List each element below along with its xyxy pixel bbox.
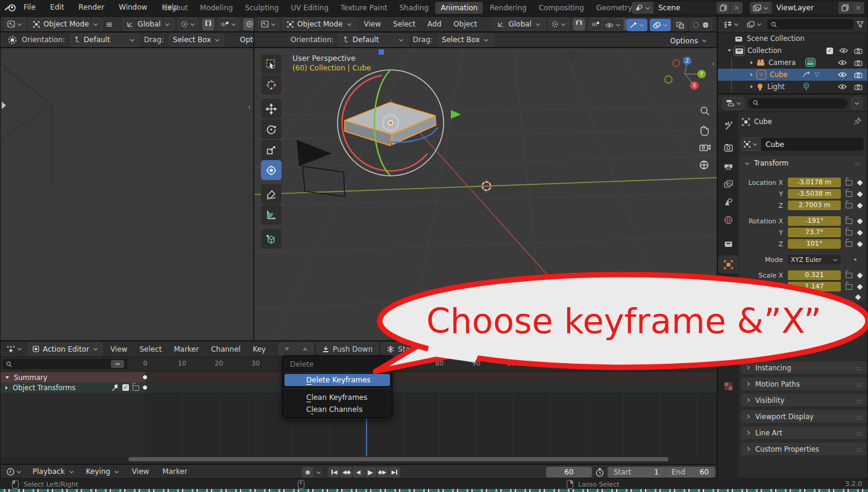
drag-dropdown[interactable]: Select Box — [169, 34, 224, 46]
tool-transform[interactable] — [261, 160, 281, 180]
blender-logo-icon[interactable] — [5, 3, 17, 13]
outliner-row-light[interactable]: Light — [718, 81, 867, 93]
lock-icon[interactable] — [846, 230, 852, 235]
location-x-field[interactable]: -3.0178 m — [788, 178, 841, 187]
options-dropdown[interactable]: Options — [667, 35, 711, 46]
keyframe-diamond-icon[interactable] — [857, 179, 863, 185]
transform-orientation-dropdown[interactable]: Global — [122, 18, 174, 31]
drag-dropdown[interactable]: Select Box — [438, 34, 493, 46]
mode-dropdown[interactable]: Object Mode — [283, 18, 356, 31]
collapse-chevron-icon[interactable]: ‹ — [248, 102, 251, 111]
new-view-layer-button[interactable] — [838, 2, 852, 14]
drag-dots-icon[interactable] — [855, 159, 860, 167]
outliner-search-input[interactable] — [767, 19, 854, 30]
editor-type-button[interactable] — [4, 343, 25, 355]
menu-marker[interactable]: Marker — [158, 466, 191, 477]
outliner-row-cube[interactable]: ▽ Cube ▽ — [718, 69, 867, 81]
rotation-y-field[interactable]: 73.7° — [788, 228, 841, 237]
keyframe-dot[interactable] — [142, 385, 148, 390]
tab-rendering[interactable]: Rendering — [484, 2, 532, 14]
editor-type-button[interactable] — [4, 466, 24, 478]
display-mode-button[interactable] — [744, 19, 764, 30]
expand-triangle-icon[interactable] — [5, 376, 9, 379]
keyframe-diamond-icon[interactable] — [857, 191, 863, 197]
prev-frame-button[interactable]: ◀ — [353, 467, 364, 478]
editor-type-button[interactable] — [722, 19, 741, 30]
object-type-dropdown[interactable] — [741, 137, 761, 151]
tab-animation[interactable]: Animation — [435, 2, 483, 14]
jump-to-end-button[interactable]: ▶ — [389, 467, 400, 478]
editor-type-button[interactable] — [258, 18, 279, 31]
tab-scene[interactable] — [718, 193, 738, 211]
jump-to-start-button[interactable]: ◀ — [329, 467, 340, 478]
keying-set-chevron[interactable] — [314, 467, 322, 478]
menu-file[interactable]: File — [19, 2, 40, 13]
auto-keying-button[interactable] — [302, 467, 313, 478]
keyframe-diamond-icon[interactable] — [857, 202, 863, 208]
keyframe-diamond-icon[interactable] — [857, 218, 863, 224]
tab-compositing[interactable]: Compositing — [533, 2, 590, 14]
panel-collapse-icon[interactable] — [744, 161, 750, 166]
shading-mode-buttons[interactable] — [690, 19, 712, 31]
menu-item-clean-keyframes[interactable]: Clean Keyframes — [285, 391, 390, 403]
horizontal-scrollbar[interactable] — [128, 457, 668, 461]
gizmos-toggle-button[interactable] — [626, 19, 647, 31]
scene-icon[interactable] — [632, 2, 653, 14]
tool-scale[interactable] — [261, 140, 281, 160]
object-visibility-button[interactable] — [602, 19, 624, 31]
scene-name-field[interactable]: Scene — [653, 2, 717, 14]
expand-triangle-icon[interactable] — [750, 61, 753, 64]
outliner-row-scene-collection[interactable]: Scene Collection — [718, 33, 867, 45]
rotation-z-field[interactable]: 101° — [788, 239, 841, 249]
filter-icon[interactable] — [857, 21, 864, 28]
lock-icon[interactable] — [846, 219, 852, 224]
tool-annotate[interactable] — [261, 184, 281, 204]
menu-marker[interactable]: Marker — [169, 344, 203, 355]
lock-icon[interactable] — [846, 192, 852, 197]
menu-select[interactable]: Select — [389, 19, 420, 30]
tool-select-box[interactable] — [261, 54, 281, 74]
hide-eye-icon[interactable] — [838, 84, 847, 90]
keyframe-diamond-icon[interactable] — [857, 229, 863, 235]
expand-triangle-icon[interactable] — [750, 73, 753, 76]
current-frame-field[interactable]: 60 — [546, 467, 592, 478]
lock-icon[interactable] — [846, 203, 852, 208]
start-frame-field[interactable]: Start1 — [608, 467, 665, 478]
rotation-x-field[interactable]: -191° — [788, 216, 841, 226]
lock-icon[interactable] — [846, 180, 852, 185]
assign-action-button[interactable] — [297, 343, 313, 355]
panel-viewport-display[interactable]: Viewport Display — [741, 410, 866, 423]
snap-settings-button[interactable] — [218, 18, 239, 31]
tab-modeling[interactable]: Modeling — [195, 2, 239, 14]
filter-invert-button[interactable]: ↔ — [111, 360, 124, 368]
snap-toggle-button[interactable] — [202, 18, 215, 31]
hide-eye-icon[interactable] — [839, 48, 848, 54]
disable-render-icon[interactable] — [854, 72, 863, 78]
tab-texture-paint[interactable]: Texture Paint — [335, 2, 392, 14]
orientation-dropdown[interactable]: Default — [70, 34, 139, 46]
orientation-dropdown[interactable]: Default — [339, 34, 408, 46]
menu-key[interactable]: Key — [248, 344, 270, 355]
animate-dot-icon[interactable] — [854, 258, 857, 261]
keyframe-dot[interactable] — [142, 375, 148, 380]
tool-add-cube[interactable] — [261, 229, 281, 249]
secondary-viewport[interactable]: ‹ — [0, 48, 254, 341]
tab-tool[interactable] — [718, 117, 738, 135]
tab-collection[interactable] — [718, 235, 738, 253]
disable-render-icon[interactable] — [854, 60, 863, 66]
expand-triangle-icon[interactable] — [728, 49, 731, 52]
expand-triangle-icon[interactable] — [750, 85, 753, 89]
overlays-toggle-button[interactable] — [650, 19, 671, 31]
disable-render-icon[interactable] — [854, 48, 863, 54]
menu-view[interactable]: View — [360, 19, 385, 30]
location-y-field[interactable]: -3.5038 m — [788, 189, 841, 199]
channel-object-transforms[interactable]: Object Transforms — [1, 382, 145, 393]
menu-edit[interactable]: Edit — [46, 2, 68, 13]
hide-eye-icon[interactable] — [838, 60, 847, 66]
properties-options-button[interactable] — [851, 97, 863, 110]
play-button[interactable]: ▶ — [365, 467, 376, 478]
prev-keyframe-button[interactable]: ◀ — [341, 467, 352, 478]
properties-search-input[interactable] — [748, 98, 848, 108]
xray-toggle-button[interactable] — [673, 19, 687, 31]
channel-enable-checkbox[interactable] — [122, 384, 129, 391]
